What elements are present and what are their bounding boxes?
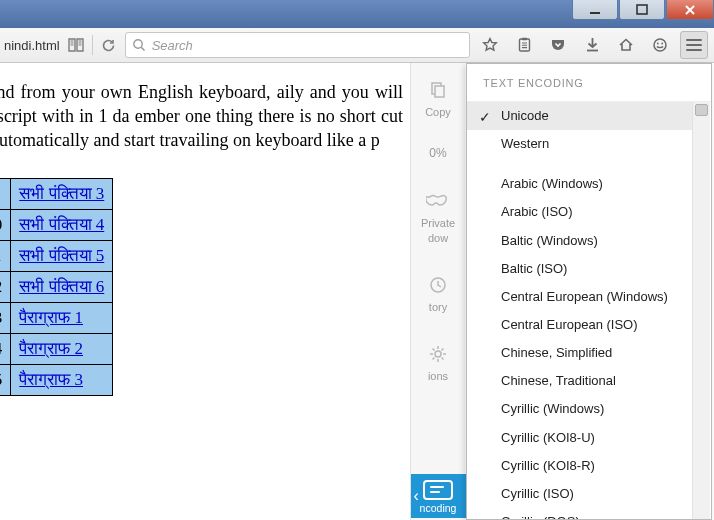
encoding-option-label: Arabic (Windows) xyxy=(501,176,603,191)
search-placeholder: Search xyxy=(152,38,193,53)
bookmark-star-icon[interactable] xyxy=(476,31,504,59)
body-paragraph: g on-line and free and from your own Eng… xyxy=(0,81,403,152)
table-cell-number: 13 xyxy=(0,303,11,334)
table-cell-number: 15 xyxy=(0,365,11,396)
svg-rect-9 xyxy=(435,86,444,97)
encoding-option-label: Cyrillic (KOI8-R) xyxy=(501,458,595,473)
table-cell: पैराग्राफ 2 xyxy=(11,334,113,365)
table-row: ली पंक्ति14पैराग्राफ 2 xyxy=(0,334,113,365)
table-cell-number: 11 xyxy=(0,241,11,272)
encoding-option[interactable]: Cyrillic (KOI8-R) xyxy=(467,452,693,480)
window-close-button[interactable] xyxy=(666,0,714,20)
check-icon: ✓ xyxy=(479,107,491,129)
svg-rect-0 xyxy=(590,12,600,14)
encoding-option[interactable]: Chinese, Traditional xyxy=(467,367,693,395)
encoding-option[interactable]: Cyrillic (ISO) xyxy=(467,480,693,508)
svg-point-11 xyxy=(435,351,441,357)
table-row: 13पैराग्राफ 1 xyxy=(0,303,113,334)
encoding-option[interactable]: Western xyxy=(467,130,693,158)
pocket-icon[interactable] xyxy=(544,31,572,59)
search-input[interactable]: Search xyxy=(125,32,470,58)
table-cell: सभी पंक्तिया 4 xyxy=(11,210,113,241)
table-row: न11सभी पंक्तिया 5 xyxy=(0,241,113,272)
copy-icon[interactable] xyxy=(425,77,451,103)
table-cell: पैराग्राफ 1 xyxy=(11,303,113,334)
download-icon[interactable] xyxy=(578,31,606,59)
reader-mode-icon[interactable] xyxy=(66,35,86,55)
encoding-option[interactable]: Cyrillic (Windows) xyxy=(467,395,693,423)
encoding-option-label: Cyrillic (KOI8-U) xyxy=(501,430,595,445)
window-minimize-button[interactable] xyxy=(572,0,618,20)
clipboard-icon[interactable] xyxy=(510,31,538,59)
encoding-option[interactable]: ✓Unicode xyxy=(467,102,693,130)
lesson-link[interactable]: पैराग्राफ 3 xyxy=(19,370,83,389)
url-fragment: nindi.html xyxy=(0,38,60,53)
table-row: 15पैराग्राफ 3 xyxy=(0,365,113,396)
search-icon xyxy=(132,38,146,52)
svg-point-5 xyxy=(654,39,666,51)
encoding-option-label: Central European (ISO) xyxy=(501,317,638,332)
chevron-left-icon: ‹ xyxy=(414,487,419,505)
window-maximize-button[interactable] xyxy=(619,0,665,20)
table-cell: सभी पंक्तिया 5 xyxy=(11,241,113,272)
table-cell-number: 12 xyxy=(0,272,11,303)
table-cell: सभी पंक्तिया 3 xyxy=(11,179,113,210)
table-cell-number: 14 xyxy=(0,334,11,365)
lesson-link[interactable]: पैराग्राफ 2 xyxy=(19,339,83,358)
encoding-option[interactable]: Chinese, Simplified xyxy=(467,339,693,367)
private-label-2: dow xyxy=(428,232,448,244)
encoding-option-label: Arabic (ISO) xyxy=(501,204,573,219)
lessons-table: 9सभी पंक्तिया 3ली पंक्ति10सभी पंक्तिया 4… xyxy=(0,178,113,396)
table-cell: पैराग्राफ 3 xyxy=(11,365,113,396)
history-label: tory xyxy=(429,301,447,313)
encoding-option-label: Baltic (ISO) xyxy=(501,261,567,276)
history-icon[interactable] xyxy=(425,272,451,298)
lesson-link[interactable]: पैराग्राफ 1 xyxy=(19,308,83,327)
encoding-option-label: Baltic (Windows) xyxy=(501,233,598,248)
encoding-option-label: Cyrillic (Windows) xyxy=(501,401,604,416)
svg-point-2 xyxy=(133,40,141,48)
encoding-option[interactable]: Baltic (ISO) xyxy=(467,255,693,283)
encoding-option[interactable]: Cyrillic (DOS) xyxy=(467,508,693,519)
reload-button[interactable] xyxy=(99,35,119,55)
zoom-level[interactable]: 0% xyxy=(429,146,446,160)
lesson-link[interactable]: सभी पंक्तिया 4 xyxy=(19,215,104,234)
table-cell: सभी पंक्तिया 6 xyxy=(11,272,113,303)
encoding-option[interactable]: Cyrillic (KOI8-U) xyxy=(467,424,693,452)
text-encoding-panel: TEXT ENCODING ✓UnicodeWesternArabic (Win… xyxy=(466,63,712,520)
encoding-option[interactable]: Central European (Windows) xyxy=(467,283,693,311)
options-gear-icon[interactable] xyxy=(425,341,451,367)
private-window-icon[interactable] xyxy=(425,188,451,214)
table-row: ली पंक्ति12सभी पंक्तिया 6 xyxy=(0,272,113,303)
menu-panel-strip: Copy 0% Private dow tory ions ‹ ncoding xyxy=(410,63,465,520)
encoding-option[interactable]: Baltic (Windows) xyxy=(467,227,693,255)
encoding-option[interactable]: Arabic (ISO) xyxy=(467,198,693,226)
table-row: 9सभी पंक्तिया 3 xyxy=(0,179,113,210)
menu-button[interactable] xyxy=(680,31,708,59)
home-icon[interactable] xyxy=(612,31,640,59)
table-cell-number: 9 xyxy=(0,179,11,210)
encoding-option-label: Cyrillic (DOS) xyxy=(501,514,580,519)
lesson-link[interactable]: सभी पंक्तिया 3 xyxy=(19,184,104,203)
svg-rect-4 xyxy=(522,38,527,41)
table-cell-number: 10 xyxy=(0,210,11,241)
encoding-list[interactable]: ✓UnicodeWesternArabic (Windows)Arabic (I… xyxy=(467,101,711,519)
svg-rect-1 xyxy=(637,5,647,14)
encoding-option[interactable]: Central European (ISO) xyxy=(467,311,693,339)
window-titlebar xyxy=(0,0,714,28)
options-label: ions xyxy=(428,370,448,382)
encoding-option-label: Western xyxy=(501,136,549,151)
scrollbar[interactable] xyxy=(692,102,710,519)
encoding-menu-tile[interactable]: ‹ ncoding xyxy=(411,474,466,518)
lesson-link[interactable]: सभी पंक्तिया 5 xyxy=(19,246,104,265)
hello-smile-icon[interactable] xyxy=(646,31,674,59)
encoding-option[interactable]: Arabic (Windows) xyxy=(467,170,693,198)
table-row: ली पंक्ति10सभी पंक्तिया 4 xyxy=(0,210,113,241)
lesson-link[interactable]: सभी पंक्तिया 6 xyxy=(19,277,104,296)
scrollbar-thumb[interactable] xyxy=(695,104,708,116)
encoding-option-label: Chinese, Simplified xyxy=(501,345,612,360)
encoding-icon xyxy=(423,480,453,500)
encoding-option-label: Chinese, Traditional xyxy=(501,373,616,388)
encoding-label: ncoding xyxy=(420,502,457,514)
browser-toolbar: nindi.html Search xyxy=(0,28,714,63)
